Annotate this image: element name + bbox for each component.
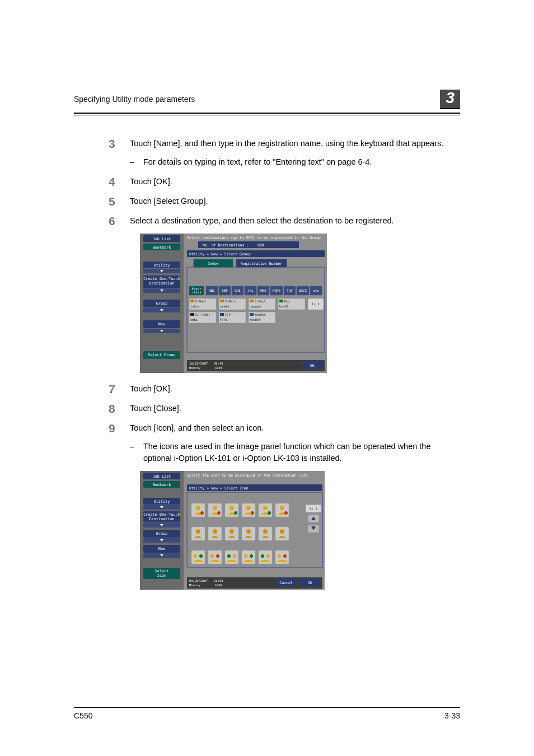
svg-text:Cancel: Cancel [279,580,293,585]
svg-text:WXYZ: WXYZ [299,289,307,292]
icon-person-1[interactable] [191,503,205,517]
page-up-button[interactable] [308,515,319,522]
svg-point-143 [213,529,217,534]
svg-text:TUV: TUV [287,289,293,292]
svg-text:Icon: Icon [157,573,166,578]
breadcrumb-bar: Utility > New > Select Icon [187,484,322,491]
step-5: 5 Touch [Select Group]. [130,195,460,207]
sidebar-new-arrow [143,329,180,333]
sidebar-group[interactable]: Group [143,300,180,307]
tab-index[interactable]: Index [194,259,233,267]
svg-point-154 [199,554,203,558]
sidebar-bookmark[interactable]: Bookmark [143,244,180,250]
sidebar-utility[interactable]: Utility [143,262,180,268]
icon-group-4[interactable] [242,550,255,564]
svg-point-139 [284,511,288,515]
dest-box01[interactable]: Box box01 [278,298,305,310]
cancel-button[interactable]: Cancel [275,578,297,586]
step-number: 9 [109,420,115,437]
sidebar-create-arrow [143,523,180,528]
icon-person-9[interactable] [225,527,238,540]
icon-group-6[interactable] [275,550,289,564]
svg-rect-152 [191,550,205,564]
icon-group-5[interactable] [259,550,272,564]
svg-text:E-Mail: E-Mail [225,300,236,303]
sidebar-select-group[interactable]: Select Group [143,351,180,359]
dest-smb1[interactable]: PC (SMB) smb1 [189,312,216,323]
icon-person-2[interactable] [208,503,222,517]
sidebar-group[interactable]: Group [143,530,180,538]
index-mno[interactable]: MNO [257,286,269,295]
dest-osaka[interactable]: E-Mail osaka [219,298,246,310]
svg-text:nagoya: nagoya [250,305,261,309]
dest-nagoya[interactable]: E-Mail nagoya [249,298,275,310]
sidebar-utility[interactable]: Utility [143,498,180,505]
sidebar-new[interactable]: New [143,320,180,328]
index-ghi[interactable]: GHI [232,286,243,295]
svg-point-141 [196,529,200,534]
dest-ftp1[interactable]: FTP FTP1 [219,312,246,323]
dest-tokyo[interactable]: E-Mail tokyo [189,298,216,310]
step-7: 7 Touch [OK]. [130,383,460,395]
icon-person-5[interactable] [259,503,272,517]
svg-point-163 [250,554,253,558]
index-favorites[interactable]: Favor -ites [189,286,204,295]
icon-group-2[interactable] [208,550,222,564]
step-text: Touch [Select Group]. [130,197,208,206]
sidebar-create-destination[interactable]: Create One-Touch Destination [143,276,180,288]
svg-text:Create One-Touch: Create One-Touch [143,512,180,517]
step-text: Touch [Close]. [130,404,181,413]
step-number: 6 [109,213,115,230]
svg-text:Create One-Touch: Create One-Touch [143,277,180,281]
index-wxyz[interactable]: WXYZ [297,286,309,295]
page-down-button[interactable] [308,525,319,533]
icon-person-12[interactable] [275,527,289,540]
sidebar-create-destination[interactable]: Create One-Touch Destination [143,511,180,522]
svg-point-126 [213,506,217,510]
sidebar-new[interactable]: New [143,545,180,553]
icon-person-8[interactable] [208,527,222,540]
svg-point-124 [200,511,204,515]
tab-registration-number[interactable]: Registration Number [236,259,287,267]
index-etc[interactable]: etc [310,286,322,295]
svg-point-149 [263,529,268,534]
icon-person-7[interactable] [191,527,205,540]
ok-button[interactable]: OK [302,361,322,369]
svg-text:Memory: Memory [189,584,201,587]
svg-point-169 [283,554,287,558]
index-tuv[interactable]: TUV [284,286,296,295]
index-pqrs[interactable]: PQRS [270,286,283,295]
icon-person-11[interactable] [259,527,272,540]
index-jkl[interactable]: JKL [245,286,256,295]
svg-point-133 [251,511,254,515]
icon-person-4[interactable] [242,503,255,517]
icon-person-6[interactable] [275,503,289,517]
step-text: Touch [OK]. [130,384,172,393]
dest-webdav[interactable]: WebDAV WebDAV [249,312,275,323]
svg-text:100%: 100% [215,584,223,587]
sidebar-select-icon[interactable]: Select Icon [143,568,180,579]
svg-text:Utility > New > Select Group: Utility > New > Select Group [189,251,251,256]
step-4: 4 Touch [OK]. [130,176,460,188]
sidebar-group-arrow [143,308,180,312]
icon-person-10[interactable] [242,527,255,540]
step-text: Touch [Icon], and then select an icon. [130,423,264,432]
sidebar-job-list[interactable]: Job List [143,473,180,479]
ok-button[interactable]: OK [300,578,320,586]
page-indicator: 1/ 1 [308,298,324,310]
icon-group-3[interactable] [225,550,238,564]
svg-text:GHI: GHI [235,289,240,292]
sidebar-bookmark[interactable]: Bookmark [143,481,180,488]
svg-point-130 [234,511,237,515]
page-indicator: 1/ 2 [306,505,321,512]
svg-text:Destination: Destination [149,517,174,521]
step-number: 7 [109,381,115,398]
icon-person-3[interactable] [225,503,238,517]
svg-text:OK: OK [308,580,312,585]
icon-group-1[interactable] [191,550,205,564]
sidebar-job-list[interactable]: Job List [143,235,180,242]
index-abc[interactable]: ABC [206,286,218,295]
svg-point-168 [278,554,281,558]
svg-rect-167 [275,550,289,564]
index-def[interactable]: DEF [219,286,231,295]
